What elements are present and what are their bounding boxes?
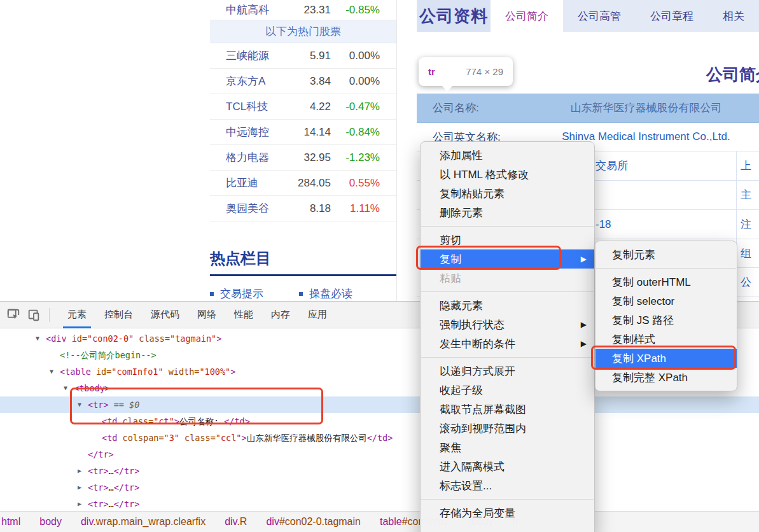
tree-node-line[interactable]: ▼<tr> == $0 bbox=[0, 396, 759, 413]
hot-link[interactable]: 交易提示 bbox=[210, 286, 263, 301]
submenu-arrow-icon: ▶ bbox=[581, 339, 587, 348]
code-token-attr: class= bbox=[123, 416, 154, 426]
submenu-arrow-icon: ▶ bbox=[581, 255, 587, 263]
expand-arrow-icon[interactable]: ▼ bbox=[50, 363, 53, 380]
copy-submenu-item[interactable]: 复制 JS 路径 bbox=[595, 311, 737, 330]
stock-row[interactable]: 比亚迪284.050.55% bbox=[210, 171, 396, 196]
context-menu-item[interactable]: 截取节点屏幕截图 bbox=[421, 400, 594, 419]
tree-node-line[interactable]: <td class="ct">公司名称: </td> bbox=[0, 413, 759, 430]
context-menu-item[interactable]: 以递归方式展开 bbox=[421, 361, 594, 381]
code-token-tag: <td bbox=[102, 416, 123, 426]
breadcrumb-selector: #con02-0.tagmain bbox=[279, 516, 361, 527]
context-menu-item[interactable]: 发生中断的条件▶ bbox=[421, 334, 594, 353]
stock-name[interactable]: 格力电器 bbox=[210, 150, 286, 165]
tree-node-line[interactable]: </tr> bbox=[0, 446, 759, 463]
code-token-text: … bbox=[109, 482, 114, 493]
context-menu-item[interactable]: 收起子级 bbox=[421, 381, 594, 400]
context-menu-item[interactable]: 聚焦 bbox=[421, 438, 594, 457]
stock-name[interactable]: 京东方A bbox=[210, 74, 286, 88]
devtools-tab-应用[interactable]: 应用 bbox=[308, 302, 327, 328]
code-token-val: "100%" bbox=[199, 367, 230, 377]
menu-item-label: 复制样式 bbox=[612, 332, 655, 347]
tab-公司高管[interactable]: 公司高管 bbox=[563, 0, 636, 32]
expand-arrow-icon[interactable]: ▼ bbox=[36, 330, 39, 347]
context-menu-item[interactable]: 复制粘贴元素 bbox=[421, 184, 594, 203]
menu-item-label: 复制完整 XPath bbox=[612, 370, 688, 385]
devtools-tab-控制台[interactable]: 控制台 bbox=[104, 302, 133, 328]
stock-row[interactable]: 中远海控14.14-0.84% bbox=[210, 120, 396, 145]
stock-row[interactable]: 中航高科23.31-0.85% bbox=[210, 0, 396, 20]
context-menu-item[interactable]: 存储为全局变量 bbox=[421, 503, 594, 522]
context-menu-item[interactable]: 复制▶ bbox=[421, 249, 594, 269]
copy-submenu-item[interactable]: 复制完整 XPath bbox=[595, 368, 737, 387]
copy-submenu-item[interactable]: 复制 XPath bbox=[595, 349, 737, 368]
copy-submenu-item[interactable]: 复制 outerHTML bbox=[595, 272, 737, 291]
devtools-tab-内存[interactable]: 内存 bbox=[271, 302, 290, 328]
stock-name[interactable]: 中航高科 bbox=[210, 3, 286, 17]
cell-value-fragment: 交易所 bbox=[595, 151, 628, 181]
devtools-tab-网络[interactable]: 网络 bbox=[197, 302, 216, 328]
tree-node-line[interactable]: <td colspan="3" class="ccl">山东新华医疗器械股份有限… bbox=[0, 430, 759, 446]
stock-name[interactable]: TCL科技 bbox=[210, 99, 286, 114]
stock-change: 0.00% bbox=[331, 50, 396, 62]
menu-separator bbox=[596, 268, 736, 269]
breadcrumb-item[interactable]: html bbox=[1, 516, 20, 528]
devtools-tab-元素[interactable]: 元素 bbox=[67, 302, 87, 328]
devtools-tab-源代码[interactable]: 源代码 bbox=[151, 302, 179, 328]
stock-row[interactable]: 格力电器32.95-1.23% bbox=[210, 145, 396, 171]
expand-arrow-icon[interactable]: ▼ bbox=[78, 396, 81, 413]
hot-link[interactable]: 操盘必读 bbox=[299, 286, 352, 301]
tree-node-line[interactable]: ▶<tr>…</tr> bbox=[0, 479, 759, 496]
breadcrumb-item[interactable]: div.wrap.main_wrap.clearfix bbox=[81, 516, 205, 528]
context-menu-item[interactable]: 删除元素 bbox=[421, 203, 594, 222]
code-token-tag: <tr> bbox=[88, 482, 109, 493]
stock-name[interactable]: 奥园美谷 bbox=[210, 201, 286, 216]
collapsed-arrow-icon[interactable]: ▶ bbox=[78, 463, 81, 479]
stock-row[interactable]: 奥园美谷8.181.11% bbox=[210, 196, 396, 221]
copy-submenu-item[interactable]: 复制 selector bbox=[595, 291, 737, 311]
devtools-tabs: 元素控制台源代码网络性能内存应用 bbox=[50, 302, 327, 328]
stock-name[interactable]: 三峡能源 bbox=[210, 48, 286, 63]
code-token-tag: > bbox=[216, 333, 221, 344]
device-toolbar-icon[interactable] bbox=[27, 308, 41, 322]
copy-submenu-item[interactable]: 复制样式 bbox=[595, 330, 737, 349]
stock-change: -0.84% bbox=[331, 126, 396, 139]
devtools-tab-性能[interactable]: 性能 bbox=[234, 302, 253, 328]
tab-相关[interactable]: 相关 bbox=[708, 0, 759, 32]
cell-label-fragment: 主 bbox=[741, 181, 751, 210]
context-menu-item[interactable]: 剪切 bbox=[421, 230, 594, 249]
stock-row[interactable]: 三峡能源5.910.00% bbox=[210, 43, 396, 69]
menu-item-label: 复制 JS 路径 bbox=[612, 313, 674, 328]
menu-item-label: 隐藏元素 bbox=[440, 298, 483, 313]
breadcrumb-tag: html bbox=[1, 516, 20, 527]
breadcrumb-item[interactable]: body bbox=[39, 516, 62, 528]
code-token-tag: </tr> bbox=[114, 482, 140, 493]
stock-name[interactable]: 比亚迪 bbox=[210, 176, 286, 190]
stock-name[interactable]: 中远海控 bbox=[210, 125, 286, 139]
context-menu-item[interactable]: 强制执行状态▶ bbox=[421, 315, 594, 334]
context-menu-item[interactable]: 以 HTML 格式修改 bbox=[421, 165, 594, 184]
tree-node-line[interactable]: ▶<tr>…</tr> bbox=[0, 496, 759, 511]
screenshot-canvas: 中航高科23.31-0.85%以下为热门股票三峡能源5.910.00%京东方A3… bbox=[0, 0, 759, 532]
context-menu-item[interactable]: 进入隔离模式 bbox=[421, 457, 594, 476]
collapsed-arrow-icon[interactable]: ▶ bbox=[78, 496, 81, 511]
context-menu-item[interactable]: 滚动到视野范围内 bbox=[421, 419, 594, 438]
expand-arrow-icon[interactable]: ▼ bbox=[64, 380, 67, 396]
breadcrumb-item[interactable]: div#con02-0.tagmain bbox=[266, 516, 361, 528]
context-menu-item[interactable]: 添加属性 bbox=[421, 146, 594, 165]
stock-row[interactable]: 京东方A3.840.00% bbox=[210, 69, 396, 94]
copy-submenu-item[interactable]: 复制元素 bbox=[595, 245, 737, 264]
menu-item-label: 发生中断的条件 bbox=[440, 337, 515, 351]
collapsed-arrow-icon[interactable]: ▶ bbox=[78, 479, 81, 496]
breadcrumb-tag: table bbox=[380, 516, 402, 527]
inspect-element-icon[interactable] bbox=[6, 308, 20, 322]
context-menu-item[interactable]: 隐藏元素 bbox=[421, 296, 594, 315]
column-divider bbox=[396, 0, 397, 301]
tab-公司简介[interactable]: 公司简介 bbox=[491, 0, 563, 32]
tooltip-dimensions: 774 × 29 bbox=[466, 66, 513, 77]
stock-row[interactable]: TCL科技4.22-0.47% bbox=[210, 94, 396, 120]
breadcrumb-item[interactable]: div.R bbox=[225, 516, 247, 528]
tab-公司章程[interactable]: 公司章程 bbox=[636, 0, 708, 32]
context-menu-item[interactable]: 标志设置... bbox=[421, 476, 594, 495]
tree-node-line[interactable]: ▶<tr>…</tr> bbox=[0, 463, 759, 479]
